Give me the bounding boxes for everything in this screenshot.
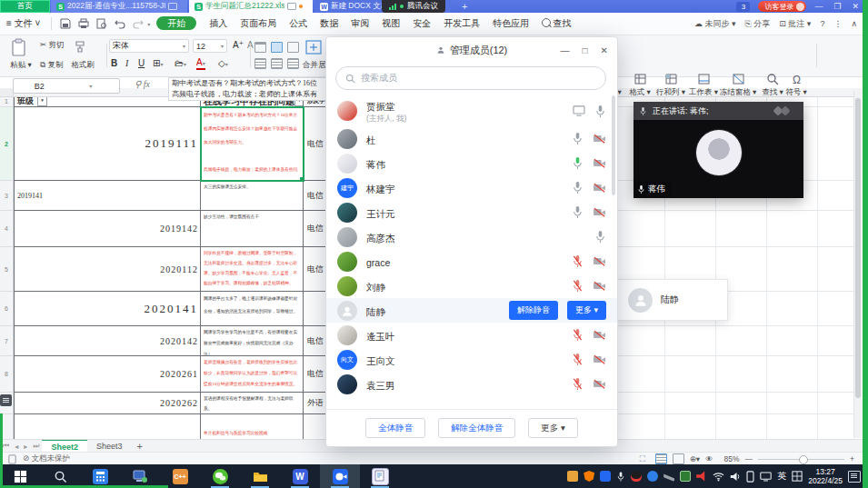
panel-close-button[interactable]: ✕ [601, 45, 608, 55]
sheet-tab-Sheet3[interactable]: Sheet3 [87, 440, 132, 453]
member-row[interactable]: 陆静 解除静音更多 ▾ [326, 298, 617, 323]
font-color-icon[interactable]: A▾ [196, 58, 205, 70]
protect-status[interactable]: ⊘ 文档未保护 [23, 453, 70, 464]
member-row[interactable]: 蒋伟 [326, 151, 617, 175]
cell-class[interactable]: 2020141 [14, 292, 201, 326]
tab-count-badge[interactable]: 3 [736, 2, 750, 12]
clipboard-icon[interactable] [7, 454, 17, 464]
mic-icon[interactable] [594, 230, 606, 244]
sync-status[interactable]: ☁ 未同步 ▾ [694, 18, 736, 30]
camera-off-icon[interactable] [593, 255, 606, 267]
tab-home[interactable]: 首页 [0, 0, 50, 13]
format-painter-label[interactable]: 格式刷 [67, 60, 98, 71]
cell-class[interactable]: 2020112 [14, 247, 201, 292]
taskbar-wps-office[interactable]: W [280, 464, 320, 488]
cell-problem[interactable]: 期中考试是否有？期末考试的考试方式？16位单片机课内实验课程怎么安排？如果放在下… [201, 107, 304, 181]
usb-tray-icon[interactable] [567, 471, 578, 482]
more-button[interactable]: 更多 ▾ [567, 301, 606, 320]
cell-problem[interactable]: 单片机和信号与系统学习比较困难 [201, 414, 304, 440]
cell-problem[interactable]: 大三的实验课怎么安排。 [201, 181, 304, 211]
paste-label[interactable]: 粘贴 ▾ [5, 60, 36, 71]
panel-more-button[interactable]: 更多 ▾ [528, 418, 577, 438]
menu-item-4[interactable]: 审阅 [344, 17, 375, 30]
fx-icon[interactable]: ⚲ fx [135, 79, 150, 89]
minimize-button[interactable]: — [814, 2, 823, 11]
phone-icon[interactable] [746, 471, 754, 483]
align-right-icon[interactable] [287, 58, 299, 69]
menu-item-2[interactable]: 公式 [283, 17, 314, 30]
panel-scrollbar[interactable] [612, 95, 615, 195]
mic-muted-icon[interactable] [572, 279, 584, 293]
cell-class[interactable]: 2019142 [14, 211, 201, 247]
close-button[interactable]: ✕ [852, 2, 859, 11]
member-search-input[interactable]: 搜索成员 [335, 66, 606, 90]
row-number[interactable]: 4 [0, 211, 14, 247]
mic-icon[interactable] [572, 156, 584, 170]
ribbon-冻结窗格[interactable]: 冻结窗格 ▾ [720, 73, 756, 98]
cast-icon[interactable] [760, 472, 772, 482]
mute-all-button[interactable]: 全体静音 [365, 418, 425, 438]
ime-grid-icon[interactable] [792, 471, 803, 482]
font-name-select[interactable]: 宋体▾ [109, 39, 189, 53]
screen-share-icon[interactable] [573, 105, 585, 116]
paste-icon[interactable] [9, 38, 33, 58]
filter-icon[interactable]: ▾ [37, 96, 47, 106]
cut-button[interactable]: ✂ 剪切 [40, 40, 64, 51]
cell-problem[interactable]: 英语的课程没有给予智慧树课程，无法与老师联系。 [201, 393, 304, 414]
fill-color-icon[interactable]: 🗁▾ [175, 58, 186, 68]
find-menu[interactable]: 查找 [535, 17, 577, 30]
row-number[interactable]: 8 [0, 356, 14, 393]
highlight-icon[interactable]: ◇▾ [218, 58, 228, 68]
menu-item-1[interactable]: 页面布局 [234, 17, 283, 30]
first-sheet-icon[interactable]: ⏮ [3, 442, 9, 451]
row-number[interactable]: 2 [0, 107, 14, 181]
taskbar-notepad[interactable] [360, 464, 400, 488]
collapse-ribbon-icon[interactable]: ∧ [851, 19, 857, 28]
member-row[interactable]: 刘静 [326, 274, 617, 298]
print-preview-icon[interactable] [96, 18, 107, 29]
mic-icon[interactable] [572, 132, 584, 145]
panel-maximize-button[interactable]: □ [583, 45, 588, 55]
row-number[interactable]: 3 [0, 181, 14, 211]
mic-icon[interactable] [572, 181, 584, 194]
align-left-icon[interactable] [254, 58, 266, 69]
formula-input[interactable]: 期中考试是否有？期末考试的考试方式？16位 高频电子线路，电力载波；老师的上课体… [168, 77, 333, 101]
align-top-icon[interactable] [254, 42, 266, 53]
menu-item-5[interactable]: 视图 [375, 17, 406, 30]
fullscreen-view-icon[interactable]: ⛶ [640, 454, 650, 463]
member-row[interactable]: 贾振堂 (主持人, 我) [326, 95, 617, 126]
row-number[interactable] [0, 393, 14, 414]
camera-off-icon[interactable] [593, 378, 606, 390]
unmute-button[interactable]: 解除静音 [509, 301, 558, 320]
camera-off-icon[interactable] [593, 157, 606, 169]
camera-off-icon[interactable] [593, 354, 606, 365]
zoom-in-button[interactable]: + [850, 454, 854, 463]
volume-icon[interactable] [730, 472, 741, 482]
bold-button[interactable]: B [111, 58, 117, 68]
tab-start[interactable]: 开始 [156, 16, 196, 30]
more-icon[interactable]: ⋮ [833, 19, 842, 28]
camera-off-icon[interactable] [593, 329, 606, 341]
copy-button[interactable]: ⧉ 复制 [40, 60, 63, 71]
format-painter-icon[interactable] [75, 40, 87, 56]
print-icon[interactable] [78, 18, 89, 29]
ribbon-工作表[interactable]: 工作表 ▾ [685, 73, 722, 98]
taskbar-tencent-meeting[interactable] [320, 464, 360, 488]
row-number[interactable]: 6 [0, 292, 14, 326]
camera-off-icon[interactable] [593, 133, 606, 144]
member-row[interactable]: 高彦杰 [326, 224, 617, 249]
panel-minimize-button[interactable]: — [561, 45, 570, 55]
ribbon-符号[interactable]: Ω 符号 ▾ [778, 73, 814, 98]
netdisk-icon[interactable] [647, 471, 658, 482]
align-bottom-icon[interactable] [287, 42, 299, 53]
unmute-all-button[interactable]: 解除全体静音 [438, 418, 515, 438]
tab-document-1[interactable]: S 2022届-通信专业...115758-JIA [51, 0, 187, 13]
italic-button[interactable]: I [125, 58, 128, 68]
member-row[interactable]: 杜 [326, 126, 617, 151]
member-row[interactable]: 王计元 [326, 200, 617, 224]
menu-item-6[interactable]: 安全 [406, 17, 437, 30]
vertical-scrollbar[interactable] [853, 91, 862, 438]
cell-name-box[interactable]: B2▾ [13, 78, 120, 94]
font-grow-icon[interactable]: A⁺ [233, 40, 244, 50]
wifi-icon[interactable] [713, 472, 724, 482]
